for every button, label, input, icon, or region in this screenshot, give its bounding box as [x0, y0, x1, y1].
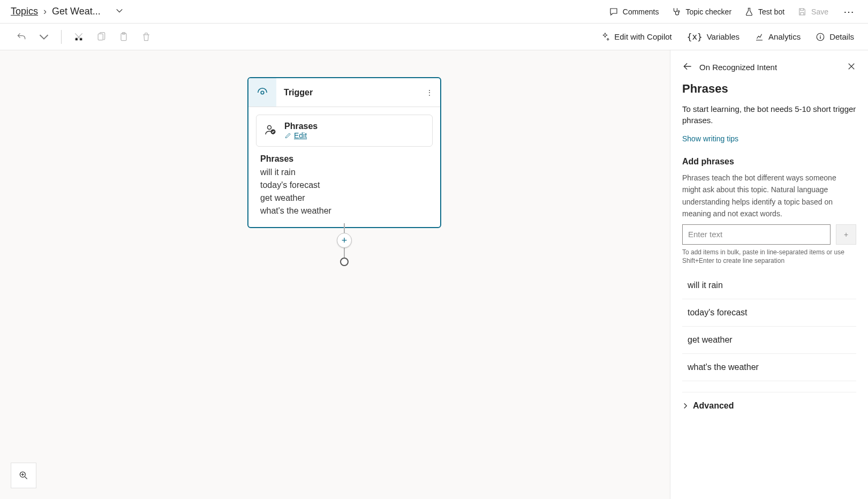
more-button[interactable]: ⋯	[841, 5, 857, 18]
list-item[interactable]: what's the weather	[682, 354, 856, 381]
list-item[interactable]: get weather	[682, 327, 856, 354]
properties-panel: On Recognized Intent Phrases To start le…	[670, 50, 868, 499]
close-panel-button[interactable]	[847, 62, 856, 73]
analytics-label: Analytics	[768, 32, 801, 41]
chart-icon	[754, 32, 764, 42]
panel-heading: Phrases	[682, 82, 856, 96]
details-button[interactable]: Details	[816, 32, 854, 42]
magnifier-plus-icon	[18, 470, 29, 481]
bulk-hint: To add items in bulk, paste in line-sepa…	[682, 248, 856, 266]
variables-button[interactable]: {x} Variables	[687, 32, 739, 42]
edit-phrases-link[interactable]: Edit	[284, 131, 318, 140]
copy-button[interactable]	[94, 29, 109, 44]
svg-point-10	[268, 125, 271, 129]
phrases-card[interactable]: Phrases Edit	[256, 115, 433, 147]
svg-point-9	[261, 91, 264, 94]
node-menu[interactable]: ⋮	[419, 88, 440, 97]
phrases-preview: Phrases will it rain today's forecast ge…	[248, 147, 440, 227]
delete-button[interactable]	[139, 29, 154, 44]
details-label: Details	[829, 32, 854, 41]
phrase-row: today's forecast	[260, 179, 428, 192]
undo-dropdown[interactable]	[36, 29, 51, 44]
phrases-heading: Phrases	[260, 154, 428, 164]
save-icon	[797, 7, 807, 17]
comment-icon	[609, 7, 618, 17]
back-button[interactable]	[682, 61, 693, 73]
test-bot-label: Test bot	[758, 7, 784, 16]
advanced-toggle[interactable]: Advanced	[682, 392, 856, 411]
pencil-icon	[284, 132, 292, 139]
phrase-input[interactable]	[682, 224, 831, 245]
paste-button[interactable]	[116, 29, 131, 44]
stethoscope-icon	[671, 7, 681, 17]
close-icon	[847, 62, 856, 71]
breadcrumb-dropdown[interactable]	[116, 6, 123, 17]
node-title: Trigger	[276, 88, 419, 97]
phrases-label: Phrases	[284, 122, 318, 131]
topic-checker-label: Topic checker	[685, 7, 731, 16]
svg-point-0	[678, 10, 680, 12]
list-item[interactable]: will it rain	[682, 272, 856, 299]
breadcrumb-sep: ›	[43, 6, 47, 17]
phrase-row: what's the weather	[260, 205, 428, 217]
list-item[interactable]: today's forecast	[682, 299, 856, 327]
separator	[61, 30, 62, 44]
topic-checker-button[interactable]: Topic checker	[671, 7, 731, 17]
sparkle-icon	[600, 32, 610, 42]
test-bot-button[interactable]: Test bot	[744, 7, 784, 17]
save-label: Save	[811, 7, 828, 16]
phrase-row: will it rain	[260, 166, 428, 179]
add-node-button[interactable]: +	[337, 233, 352, 248]
breadcrumb: Topics › Get Weat...	[11, 6, 123, 17]
canvas[interactable]: Trigger ⋮ Phrases Edit Phrases will it r…	[0, 50, 670, 499]
panel-lead: To start learning, the bot needs 5-10 sh…	[682, 103, 856, 126]
arrow-left-icon	[682, 61, 693, 72]
variables-label: Variables	[707, 32, 739, 41]
beaker-icon	[744, 7, 754, 17]
undo-button[interactable]	[14, 29, 29, 44]
chevron-right-icon	[682, 403, 689, 409]
analytics-button[interactable]: Analytics	[754, 32, 801, 42]
panel-breadcrumb: On Recognized Intent	[699, 63, 777, 72]
comments-button[interactable]: Comments	[609, 7, 659, 17]
advanced-label: Advanced	[693, 401, 734, 411]
svg-rect-5	[98, 34, 103, 40]
trigger-icon	[248, 78, 276, 107]
add-phrases-desc: Phrases teach the bot different ways som…	[682, 172, 856, 220]
edit-label: Edit	[294, 131, 307, 140]
add-phrase-button[interactable]: +	[836, 224, 856, 245]
breadcrumb-current: Get Weat...	[52, 6, 101, 17]
end-node	[340, 258, 349, 266]
writing-tips-link[interactable]: Show writing tips	[682, 134, 738, 143]
cut-button[interactable]	[71, 29, 86, 44]
zoom-button[interactable]	[11, 463, 36, 488]
trigger-node[interactable]: Trigger ⋮ Phrases Edit Phrases will it r…	[247, 77, 441, 228]
variables-icon: {x}	[687, 32, 703, 42]
phrase-list: will it rain today's forecast get weathe…	[682, 272, 856, 381]
phrase-row: get weather	[260, 192, 428, 205]
breadcrumb-root[interactable]: Topics	[11, 6, 38, 17]
add-phrases-heading: Add phrases	[682, 157, 856, 167]
edit-copilot-label: Edit with Copilot	[614, 32, 672, 41]
edit-copilot-button[interactable]: Edit with Copilot	[600, 32, 672, 42]
save-button: Save	[797, 7, 828, 17]
persona-icon	[264, 124, 277, 138]
comments-label: Comments	[623, 7, 659, 16]
info-icon	[816, 32, 825, 42]
